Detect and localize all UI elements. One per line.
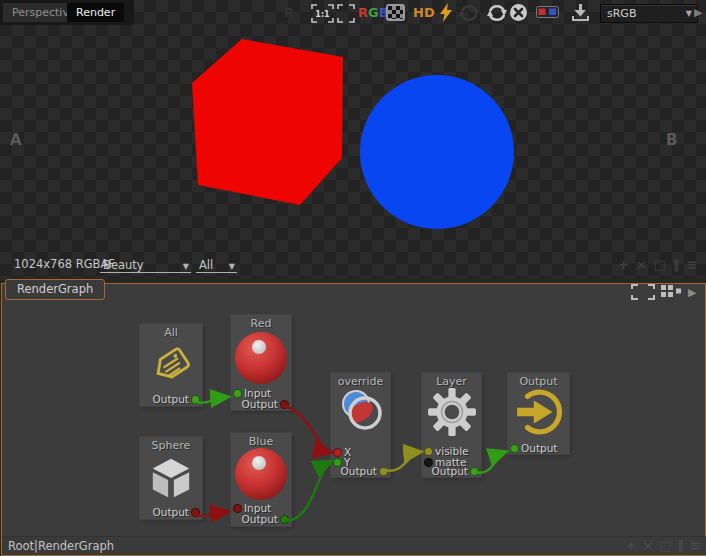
frame-selection-icon[interactable] [337, 4, 355, 23]
blue-sphere [360, 75, 514, 229]
svg-text:1:1: 1:1 [315, 10, 330, 19]
port-output[interactable]: Output [153, 394, 200, 405]
menu-icon[interactable]: ≡ [690, 539, 701, 553]
tab-rendergraph[interactable]: RenderGraph [5, 279, 105, 300]
close-icon[interactable]: × [636, 257, 647, 272]
rendered-image [0, 0, 706, 278]
port-dot[interactable] [333, 448, 342, 457]
shader-ball-icon [231, 330, 291, 386]
stop-render-icon[interactable] [509, 3, 528, 22]
region-label-a: A [10, 131, 22, 149]
port-dot[interactable] [191, 508, 200, 517]
node-title: Output [508, 373, 569, 388]
graph-status-bar: Root|RenderGraph + × □ ‖ ≡ [2, 536, 706, 555]
port-label: Output [153, 507, 189, 518]
panel-menu-arrow-icon[interactable]: ▶ [688, 286, 696, 299]
port-dot[interactable] [424, 447, 433, 456]
rgb-g: G [368, 5, 379, 20]
menu-icon[interactable]: ≡ [687, 257, 698, 272]
port-label: Output [341, 466, 377, 477]
port-label: Output [242, 514, 278, 525]
close-icon[interactable]: × [642, 539, 653, 553]
tab-render[interactable]: Render [67, 3, 124, 22]
layout-nodes-icon[interactable] [660, 284, 682, 300]
colorspace-value: sRGB [607, 7, 636, 20]
chevron-down-icon: ▼ [177, 262, 191, 272]
node-override[interactable]: override X Y Output [331, 373, 390, 477]
port-output[interactable]: Output [432, 466, 479, 477]
port-dot[interactable] [280, 515, 289, 524]
gear-icon [422, 387, 481, 437]
node-title: Layer [422, 373, 481, 388]
pause-icon[interactable]: ‖ [673, 257, 680, 272]
port-dot[interactable] [191, 395, 200, 404]
add-icon[interactable]: + [618, 257, 629, 272]
node-sphere[interactable]: Sphere Output [140, 437, 202, 519]
output-arrow-icon [508, 387, 569, 437]
frame-icon[interactable]: □ [654, 257, 666, 272]
expand-toolbar-icon[interactable]: ▶ [694, 6, 702, 19]
viewport-corner-icons[interactable]: + × □ ‖ ≡ [618, 257, 698, 272]
node-title: All [140, 324, 202, 339]
override-icon [331, 387, 390, 435]
red-cube [192, 39, 343, 205]
port-output[interactable]: Output [242, 514, 289, 525]
add-icon[interactable]: + [625, 539, 636, 553]
save-image-icon[interactable] [571, 3, 590, 22]
frame-all-nodes-icon[interactable] [630, 284, 656, 300]
port-dot[interactable] [280, 400, 289, 409]
rgb-r: R [358, 5, 368, 20]
alpha-checker-icon[interactable] [386, 4, 405, 21]
port-label: Output [521, 443, 557, 454]
node-title: Red [231, 315, 291, 330]
hd-resolution-icon[interactable]: HD [413, 3, 435, 22]
node-layer[interactable]: Layer visible [422, 373, 481, 477]
render-pass-select[interactable]: Beauty ▼ [100, 255, 191, 273]
shader-ball-icon [231, 446, 291, 502]
port-output[interactable]: Output [153, 507, 200, 518]
stereo-glasses-icon[interactable] [536, 6, 559, 18]
port-dot[interactable] [233, 504, 242, 513]
channel-value: All [199, 258, 213, 272]
node-output[interactable]: Output Output [508, 373, 569, 454]
colorspace-select[interactable]: sRGB ▼ [600, 4, 698, 23]
port-dot[interactable] [510, 444, 519, 453]
channel-select[interactable]: All ▼ [196, 255, 237, 273]
node-all[interactable]: All Output [140, 324, 202, 406]
port-label: Output [153, 394, 189, 405]
graph-corner-icons[interactable]: + × □ ‖ ≡ [625, 539, 701, 553]
region-label-b: B [666, 131, 677, 149]
port-label: Output [432, 466, 468, 477]
zoom-one-to-one-icon[interactable]: 1:1 [311, 4, 334, 23]
breadcrumb[interactable]: Root|RenderGraph [8, 539, 114, 553]
render-viewport[interactable]: Perspective Render R 1:1 RGB HD [0, 0, 706, 278]
port-dot[interactable] [379, 467, 388, 476]
port-dot[interactable] [470, 467, 479, 476]
refresh-disabled-icon [458, 2, 480, 24]
node-blue[interactable]: Blue Input Output [231, 433, 291, 526]
ghost-r-icon: R [284, 3, 294, 22]
node-title: Sphere [140, 437, 202, 452]
port-output[interactable]: Output [510, 443, 557, 454]
chevron-down-icon: ▼ [223, 262, 237, 272]
frame-icon[interactable]: □ [659, 539, 671, 553]
port-dot[interactable] [233, 389, 242, 398]
node-title: override [331, 373, 390, 388]
render-pass-value: Beauty [103, 258, 144, 272]
cube-icon [140, 455, 202, 501]
port-output[interactable]: Output [341, 466, 388, 477]
application-window: { "viewport": { "tabs": [ {"label": "Per… [0, 0, 706, 556]
tag-icon [140, 342, 202, 388]
pause-icon[interactable]: ‖ [678, 539, 685, 553]
port-output[interactable]: Output [242, 399, 289, 410]
port-label: Output [242, 399, 278, 410]
lightning-bolt-icon[interactable] [440, 3, 453, 22]
rgb-channels-icon[interactable]: RGB [358, 3, 389, 22]
refresh-icon[interactable] [486, 2, 508, 24]
node-red[interactable]: Red Input Output [231, 315, 291, 410]
